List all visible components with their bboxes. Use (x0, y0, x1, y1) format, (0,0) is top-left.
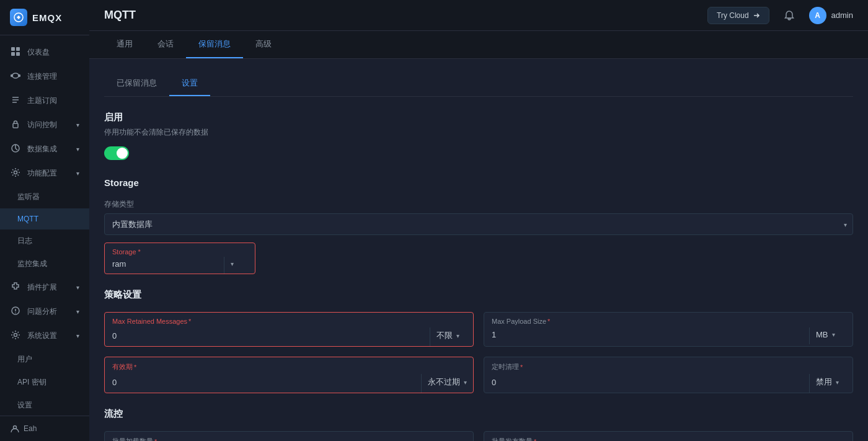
max-payload-chevron-icon: ▾ (832, 331, 835, 338)
emqx-logo-text: EMQX (32, 12, 62, 23)
sidebar-item-dashboard[interactable]: 仪表盘 (0, 40, 89, 65)
max-retained-label: Max Retained Messages * (112, 318, 191, 325)
batch-load-group: 批量加载数量 * 不限 ▾ (104, 431, 474, 441)
try-cloud-button[interactable]: Try Cloud (707, 7, 769, 24)
expiry-chevron-icon: ▾ (464, 379, 467, 386)
batch-load-star: * (154, 438, 157, 442)
storage-field-header: Storage * (105, 243, 255, 257)
sidebar-item-features[interactable]: 功能配置 ▾ (0, 161, 89, 185)
storage-type-select-wrap: 内置数据库 ▾ (104, 213, 853, 235)
svg-point-11 (14, 334, 17, 337)
sidebar-item-connection[interactable]: 连接管理 (0, 65, 89, 89)
policy-section: 策略设置 Max Retained Messages * 不限 (104, 289, 853, 393)
expiry-row: 永不过期 ▾ (105, 374, 473, 393)
expiry-label: 有效期 * (112, 362, 136, 372)
policy-grid-2: 有效期 * 永不过期 ▾ (104, 357, 853, 393)
sidebar-item-user[interactable]: 用户 (0, 348, 89, 371)
sidebar-item-features-label: 功能配置 (27, 168, 57, 179)
max-retained-group: Max Retained Messages * 不限 ▾ (104, 312, 474, 347)
sidebar-item-system-label: 系统设置 (27, 331, 57, 341)
tab-session[interactable]: 会话 (145, 31, 186, 58)
tab-general[interactable]: 通用 (104, 31, 145, 58)
sidebar-item-system[interactable]: 系统设置 ▾ (0, 324, 89, 348)
sidebar-item-plugins-label: 插件扩展 (27, 282, 57, 293)
timed-clean-unit-select[interactable]: 禁用 ▾ (809, 374, 852, 393)
max-payload-row: MB ▾ (484, 327, 852, 344)
inner-tab-bar: 已保留消息 设置 (104, 71, 853, 97)
batch-publish-header: 批量发布数量 * (484, 432, 852, 441)
tab-advanced[interactable]: 高级 (243, 31, 284, 58)
inner-tab-messages[interactable]: 已保留消息 (104, 71, 169, 96)
user-avatar: A (809, 7, 826, 24)
sidebar-item-monitor[interactable]: 监听器 (0, 185, 89, 208)
max-retained-input[interactable] (105, 327, 430, 346)
max-retained-unit-select[interactable]: 不限 ▾ (430, 327, 473, 346)
svg-rect-2 (16, 47, 20, 51)
sidebar-item-mqtt-label: MQTT (17, 215, 38, 223)
storage-type-label: 存储类型 (104, 199, 853, 210)
sidebar: EMQX 仪表盘 (0, 0, 89, 441)
data-chevron-icon: ▾ (76, 146, 79, 153)
svg-point-6 (19, 75, 20, 77)
plugins-chevron-icon: ▾ (76, 284, 79, 291)
system-chevron-icon: ▾ (76, 332, 79, 339)
flow-section: 流控 批量加载数量 * 不限 ▾ (104, 408, 853, 441)
notification-button[interactable] (779, 6, 799, 25)
user-info[interactable]: A admin (809, 7, 853, 24)
access-icon (10, 119, 21, 131)
page-header: MQTT Try Cloud A admin (89, 0, 868, 31)
storage-ram-chevron-icon: ▾ (231, 261, 234, 267)
sidebar-item-issues[interactable]: 问题分析 ▾ (0, 300, 89, 324)
max-payload-label: Max Payload Size * (492, 318, 845, 325)
max-retained-row: 不限 ▾ (105, 327, 473, 346)
tab-retained[interactable]: 保留消息 (186, 31, 243, 58)
sidebar-item-plugins[interactable]: 插件扩展 ▾ (0, 275, 89, 300)
enable-toggle[interactable] (104, 146, 129, 160)
sidebar-item-access[interactable]: 访问控制 ▾ (0, 113, 89, 137)
policy-grid: Max Retained Messages * 不限 ▾ (104, 312, 853, 347)
storage-ram-group: Storage * ▾ (104, 243, 255, 274)
svg-point-9 (14, 171, 17, 174)
expiry-input[interactable] (105, 374, 421, 393)
timed-clean-input[interactable] (484, 374, 809, 393)
timed-clean-group: 定时清理 * 禁用 ▾ (484, 357, 853, 393)
bell-icon (784, 10, 795, 21)
timed-clean-label: 定时清理 * (492, 362, 845, 372)
dashboard-icon (10, 47, 21, 58)
sidebar-item-mqtt[interactable]: MQTT (0, 208, 89, 229)
sidebar-item-monitor2[interactable]: 监控集成 (0, 252, 89, 275)
inner-tab-settings[interactable]: 设置 (169, 71, 210, 96)
storage-field-row: ▾ (105, 257, 255, 274)
storage-type-select[interactable]: 内置数据库 (104, 213, 853, 235)
storage-ram-input[interactable] (105, 257, 224, 274)
enable-toggle-wrap (104, 146, 853, 160)
expiry-header: 有效期 * (105, 357, 473, 374)
batch-publish-star: * (534, 438, 536, 442)
sidebar-bottom-label: Eah (24, 424, 37, 433)
features-icon (10, 167, 21, 179)
plugins-icon (10, 282, 21, 293)
max-payload-star: * (547, 318, 550, 325)
max-payload-input[interactable] (484, 327, 809, 344)
max-payload-unit-label: MB (816, 330, 828, 339)
user-name: admin (831, 11, 853, 20)
storage-ram-select-part[interactable]: ▾ (224, 257, 261, 274)
batch-load-header: 批量加载数量 * (105, 432, 473, 441)
expiry-unit-select[interactable]: 永不过期 ▾ (421, 374, 473, 393)
sidebar-item-user-label: 用户 (17, 354, 32, 365)
timed-clean-row: 禁用 ▾ (484, 374, 852, 393)
sidebar-item-topics[interactable]: 主题订阅 (0, 89, 89, 113)
header-actions: Try Cloud A admin (707, 6, 853, 25)
sidebar-item-dashboard-label: 仪表盘 (27, 47, 50, 58)
sidebar-item-data[interactable]: 数据集成 ▾ (0, 137, 89, 161)
sidebar-bottom[interactable]: Eah (0, 416, 89, 441)
sidebar-item-log[interactable]: 日志 (0, 229, 89, 252)
emqx-logo-icon (10, 9, 27, 26)
timed-clean-header: 定时清理 * (484, 357, 852, 374)
sidebar-item-apikey[interactable]: API 密钥 (0, 371, 89, 394)
issues-chevron-icon: ▾ (76, 308, 79, 315)
page-title: MQTT (104, 9, 136, 22)
policy-title: 策略设置 (104, 289, 853, 301)
sidebar-item-settings[interactable]: 设置 (0, 394, 89, 416)
max-payload-unit-select[interactable]: MB ▾ (809, 327, 852, 344)
